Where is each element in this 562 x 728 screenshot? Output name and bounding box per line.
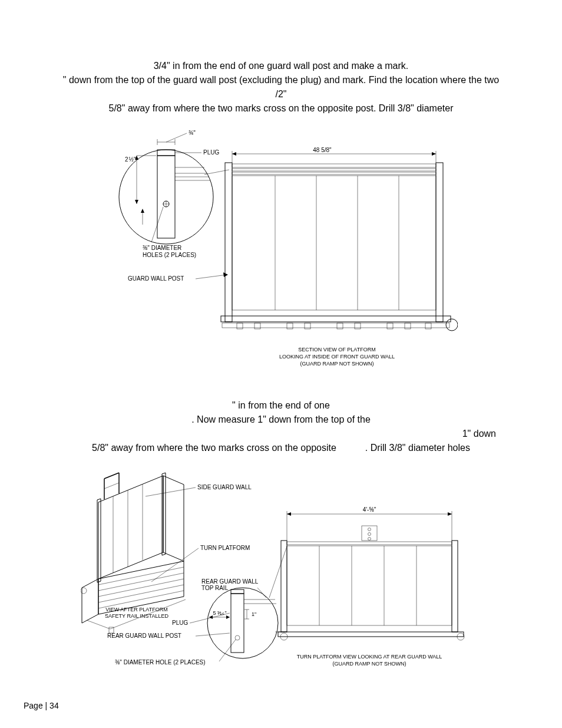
svg-line-66 [98, 573, 184, 591]
fig2-cap1: TURN PLATFORM VIEW LOOKING AT REAR GUARD… [297, 654, 442, 660]
svg-point-45 [446, 319, 458, 331]
svg-rect-35 [222, 323, 449, 328]
svg-marker-52 [98, 476, 163, 579]
svg-marker-108 [226, 615, 230, 619]
svg-rect-76 [281, 541, 287, 632]
svg-marker-58 [162, 473, 166, 555]
svg-point-0 [119, 150, 213, 244]
svg-rect-25 [436, 163, 443, 322]
body-text-1: 3/4" in from the end of one guard wall p… [25, 59, 537, 116]
svg-rect-36 [237, 323, 243, 329]
svg-marker-20 [141, 209, 144, 213]
svg-line-68 [98, 585, 184, 602]
svg-marker-107 [209, 615, 213, 619]
fig1-diam-2: HOLES (2 PLACES) [143, 252, 196, 258]
svg-marker-23 [223, 272, 228, 277]
svg-line-102 [269, 546, 287, 598]
para2-line3: 1" down [25, 427, 537, 441]
svg-point-96 [207, 588, 278, 658]
para2-line1: " in from the end of one [25, 398, 537, 413]
svg-rect-28 [232, 172, 436, 174]
fig2-installed1: VIEW AFTER PLATFORM [105, 607, 167, 612]
page-footer: Page | 34 [24, 701, 59, 710]
svg-rect-101 [231, 589, 244, 594]
svg-line-59 [104, 473, 119, 479]
para1-line4: 5/8" away from where the two marks cross… [25, 101, 537, 116]
para2-line2: . Now measure 1" down from the top of th… [25, 413, 537, 427]
figure-2: SIDE GUARD WALL TURN PLATFORM VIEW AFTER… [24, 461, 538, 685]
svg-rect-38 [287, 323, 293, 329]
svg-rect-27 [232, 169, 436, 171]
figure-1: ¾" PLUG 2½" ⅜" DIAMETER HOLES (2 PLACES) [24, 127, 538, 375]
svg-marker-91 [448, 512, 452, 516]
para1-line4a: 5/8" away from where the two marks cross… [109, 103, 454, 113]
svg-point-88 [368, 538, 371, 541]
svg-line-62 [104, 483, 119, 489]
svg-rect-42 [387, 323, 393, 329]
fig2-toprail2: TOP RAIL [201, 585, 229, 591]
svg-rect-29 [232, 176, 436, 310]
fig2-width: 4'-⅝" [363, 506, 376, 513]
svg-rect-41 [355, 323, 361, 329]
fig1-plug-label: PLUG [203, 149, 219, 156]
svg-line-10 [166, 133, 187, 142]
fig1-three-quarter: ¾" [189, 130, 196, 136]
fig2-cap2: (GUARD RAMP NOT SHOWN) [332, 661, 406, 667]
page: 3/4" in from the end of one guard wall p… [0, 0, 562, 728]
svg-marker-47 [232, 152, 236, 156]
fig2-turn: TURN PLATFORM [200, 545, 250, 551]
fig1-width: 48 5/8" [313, 147, 332, 153]
svg-line-71 [87, 620, 110, 629]
para1-line3: /2" [25, 87, 537, 101]
svg-line-112 [196, 633, 230, 636]
svg-rect-77 [452, 541, 458, 632]
svg-marker-48 [432, 152, 436, 156]
fig2-five316: 5 ³⁄₁₆" [213, 610, 226, 616]
svg-point-100 [235, 635, 240, 640]
svg-rect-24 [225, 163, 232, 322]
svg-rect-97 [231, 594, 244, 653]
svg-rect-37 [254, 323, 260, 329]
svg-marker-14 [135, 200, 138, 204]
svg-point-86 [368, 528, 371, 531]
para1-line2: " down from the top of the guard wall po… [25, 73, 537, 87]
fig2-installed2: SAFETY RAIL INSTALLED [105, 613, 168, 619]
svg-rect-34 [221, 316, 451, 322]
fig2-toprail1: REAR GUARD WALL [201, 578, 259, 585]
svg-rect-39 [305, 323, 310, 329]
svg-rect-1 [157, 156, 175, 238]
svg-rect-84 [278, 632, 464, 637]
svg-line-113 [219, 640, 236, 661]
fig2-rearpost: REAR GUARD WALL POST [107, 633, 181, 639]
svg-line-22 [196, 275, 227, 279]
fig1-two-half: 2½" [125, 156, 136, 163]
svg-rect-43 [405, 323, 411, 329]
para2-line4a: 5/8" away from where the two marks cross… [92, 443, 336, 453]
svg-marker-64 [82, 579, 98, 623]
svg-point-87 [368, 533, 371, 536]
svg-rect-44 [425, 323, 431, 329]
fig2-side: SIDE GUARD WALL [197, 484, 252, 490]
svg-marker-57 [163, 476, 184, 561]
para1-line1: 3/4" in from the end of one guard wall p… [25, 59, 537, 73]
para2-line4b: . Drill 3/8" diameter holes [365, 443, 470, 453]
fig1-post-label: GUARD WALL POST [128, 275, 184, 282]
svg-rect-6 [157, 150, 175, 156]
svg-rect-40 [337, 323, 343, 329]
svg-line-51 [204, 170, 229, 174]
svg-rect-26 [232, 164, 436, 167]
fig1-cap1: SECTION VIEW OF PLATFORM [298, 347, 375, 353]
fig2-plug: PLUG [172, 620, 188, 626]
fig1-cap3: (GUARD RAMP NOT SHOWN) [300, 361, 373, 367]
fig2-one-inch: 1" [252, 611, 256, 617]
svg-line-104 [257, 588, 266, 598]
body-text-2: " in from the end of one . Now measure 1… [25, 398, 537, 455]
svg-rect-78 [287, 542, 452, 545]
svg-line-67 [98, 579, 184, 597]
para2-line4: 5/8" away from where the two marks cross… [25, 441, 537, 455]
fig1-cap2: LOOKING AT INSIDE OF FRONT GUARD WALL [279, 354, 395, 360]
svg-marker-56 [97, 499, 101, 582]
svg-line-75 [151, 548, 199, 582]
fig1-diam-1: ⅜" DIAMETER [143, 245, 181, 251]
svg-marker-90 [287, 512, 291, 516]
